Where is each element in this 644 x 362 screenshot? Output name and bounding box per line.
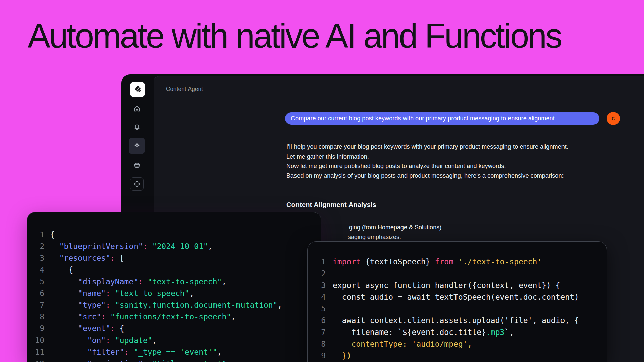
clipped-line: ging (from Homepage & Solutions) — [348, 223, 441, 232]
user-message-text: Compare our current blog post keywords w… — [291, 115, 555, 122]
assistant-paragraph: Now let me get more published blog posts… — [286, 161, 572, 171]
code-line: 12 "projection": "title, content" — [27, 358, 321, 362]
code-line: 5 "displayName": "text-to-speech", — [27, 276, 321, 288]
code-line: 4 { — [27, 264, 321, 276]
line-number: 7 — [27, 299, 44, 311]
code-line: 1{ — [27, 229, 321, 241]
line-number: 4 — [27, 264, 44, 276]
code-line: 6 "name": "text-to-speech", — [27, 288, 321, 299]
bell-icon — [133, 123, 141, 131]
function-code-editor: 1import {textToSpeech} from './text-to-s… — [307, 241, 607, 362]
line-number: 5 — [308, 303, 326, 315]
sanity-logo[interactable] — [130, 82, 145, 97]
code-line: 1import {textToSpeech} from './text-to-s… — [308, 256, 607, 268]
code-line: 3export async function handler({context,… — [308, 280, 607, 291]
assistant-message: I'll help you compare your blog post key… — [286, 142, 572, 180]
code-line: 9 "event": { — [27, 323, 321, 335]
sanity-scribble-icon — [133, 85, 142, 94]
line-number: 3 — [308, 280, 326, 291]
code-line: 8 contentType: 'audio/mpeg', — [308, 338, 607, 350]
code-line: 6 await context.client.assets.upload('fi… — [308, 315, 607, 326]
line-number: 5 — [27, 276, 44, 288]
assistant-paragraph: I'll help you compare your blog post key… — [286, 142, 572, 161]
line-number: 2 — [27, 241, 44, 252]
code-line: 9 }) — [308, 350, 607, 362]
line-number: 1 — [27, 229, 44, 241]
code-line: 4 const audio = await textToSpeech(event… — [308, 291, 607, 303]
code-line: 5 — [308, 303, 607, 315]
media-button-outline — [130, 177, 144, 191]
user-message-bubble: Compare our current blog post keywords w… — [285, 112, 599, 125]
code-line: 7 filename: `${event.doc.title}.mp3`, — [308, 326, 607, 338]
line-number: 6 — [27, 288, 44, 299]
line-number: 3 — [27, 252, 44, 264]
line-number: 9 — [308, 350, 326, 362]
line-number: 10 — [27, 335, 44, 346]
line-number: 11 — [27, 346, 44, 358]
avatar[interactable]: c — [607, 112, 620, 125]
clipped-line: saging emphasizes: — [348, 232, 441, 242]
sidebar-item-ai-assist[interactable] — [129, 138, 145, 154]
sidebar-item-network[interactable] — [129, 157, 145, 173]
code-line: 7 "type": "sanity.function.document-muta… — [27, 299, 321, 311]
line-number: 9 — [27, 323, 44, 335]
sidebar-item-notifications[interactable] — [129, 119, 145, 135]
line-number: 4 — [308, 291, 326, 303]
code-line: 2 "blueprintVersion": "2024-10-01", — [27, 241, 321, 252]
line-number: 8 — [27, 311, 44, 323]
sidebar-item-home[interactable] — [129, 101, 145, 117]
assistant-paragraph: Based on my analysis of your blog posts … — [286, 171, 572, 181]
partially-hidden-text: ging (from Homepage & Solutions) saging … — [348, 223, 441, 242]
page-title: Automate with native AI and Functions — [28, 18, 561, 54]
section-heading: Content Alignment Analysis — [286, 201, 376, 209]
line-number: 7 — [308, 326, 326, 338]
avatar-letter: c — [612, 115, 615, 122]
code-line: 8 "src": "functions/text-to-speech", — [27, 311, 321, 323]
line-number: 8 — [308, 338, 326, 350]
reel-icon — [133, 180, 141, 188]
line-number: 12 — [27, 358, 44, 362]
code-line: 11 "filter": "_type == 'event'", — [27, 346, 321, 358]
code-line: 10 "on": "update", — [27, 335, 321, 346]
line-number: 6 — [308, 315, 326, 326]
line-number: 1 — [308, 256, 326, 268]
code-line: 3 "resources": [ — [27, 252, 321, 264]
globe-icon — [133, 161, 141, 169]
line-number: 2 — [308, 268, 326, 280]
sidebar-item-media[interactable] — [129, 176, 145, 192]
app-title: Content Agent — [166, 86, 203, 93]
sparkle-icon — [132, 141, 141, 150]
code-line: 2 — [308, 268, 607, 280]
home-icon — [133, 105, 141, 113]
blueprint-json-editor: 1{2 "blueprintVersion": "2024-10-01",3 "… — [27, 212, 321, 362]
